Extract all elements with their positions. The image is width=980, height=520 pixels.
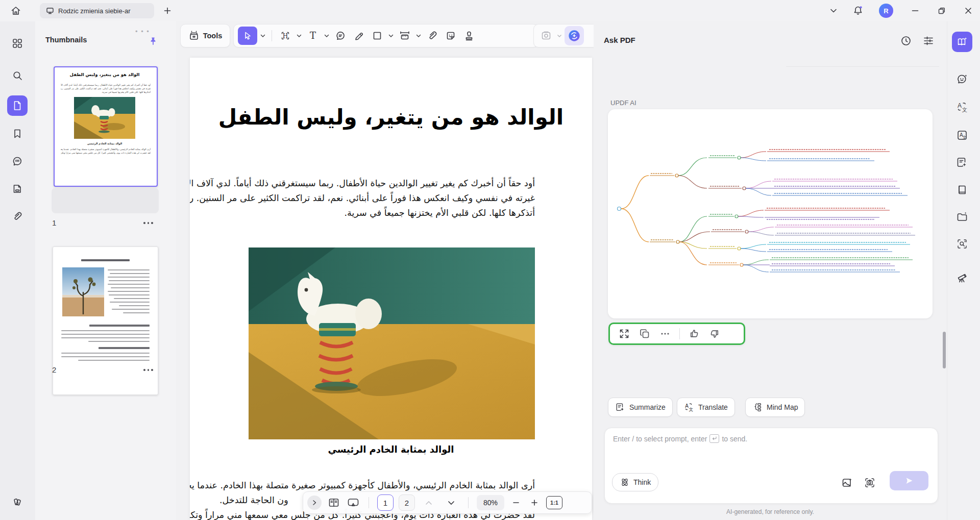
next-page-button[interactable] — [443, 493, 460, 512]
new-tab-button[interactable] — [161, 5, 174, 17]
text-tool-button[interactable]: T — [305, 27, 321, 45]
updf-window: Rodzic zmienia siebie-ar R — [0, 0, 980, 520]
mini-desert-photo — [62, 267, 104, 316]
sidebar-item-translate[interactable]: A 文 — [952, 97, 972, 117]
heading-tool-button[interactable]: H — [277, 27, 293, 45]
snapshot-tool-button[interactable] — [538, 27, 554, 45]
page-1-menu-button[interactable] — [143, 222, 153, 224]
atom-icon — [620, 477, 630, 487]
updf-ai-button[interactable] — [565, 26, 584, 45]
screenshot-button[interactable] — [863, 476, 876, 489]
page-thumbnail-2[interactable] — [53, 246, 158, 395]
reading-mode-button[interactable] — [327, 493, 341, 512]
document-tab[interactable]: Rodzic zmienia siebie-ar — [40, 3, 154, 18]
chevron-right-icon — [312, 500, 317, 506]
close-button[interactable] — [960, 2, 977, 19]
avatar[interactable]: R — [879, 4, 893, 18]
translate-label: Translate — [698, 403, 728, 411]
attach-tool-button[interactable] — [424, 27, 440, 45]
mini-doc-title: الوالد هو من يتغير، وليس الطفل — [55, 72, 155, 77]
page-2-button[interactable]: 2 — [399, 494, 415, 511]
page-1-button[interactable]: 1 — [377, 494, 394, 511]
notifications-button[interactable] — [849, 2, 867, 19]
document-paragraph-fragment: ون الحاجة للتدخل. — [219, 495, 288, 505]
updf-ai-icon — [568, 29, 581, 42]
previous-page-button[interactable] — [420, 493, 437, 512]
notification-dot — [860, 6, 862, 8]
measure-tool-button[interactable] — [397, 27, 413, 45]
panel-scrollbar[interactable] — [943, 332, 946, 368]
insert-image-button[interactable] — [841, 476, 854, 489]
thumbs-up-icon[interactable] — [688, 328, 700, 340]
comment-tool-button[interactable] — [332, 27, 349, 45]
summarize-chip[interactable]: Summarize — [608, 398, 673, 417]
text-tool-dropdown[interactable] — [324, 34, 329, 38]
page-2-menu-button[interactable] — [143, 369, 153, 371]
page-thumbnail-1[interactable]: الوالد هو من يتغير، وليس الطفل أود حقاً … — [54, 66, 158, 187]
toolbox-icon — [188, 30, 200, 41]
presentation-icon — [347, 497, 360, 509]
sidebar-item-ai-chat[interactable] — [952, 69, 972, 89]
more-icon[interactable] — [659, 328, 671, 340]
ai-sender-label: UPDF AI — [610, 99, 636, 107]
restore-button[interactable] — [933, 2, 950, 19]
telescope-icon — [956, 271, 968, 283]
sidebar-item-apps[interactable] — [7, 33, 28, 54]
collapse-toolbar-button[interactable] — [307, 496, 322, 510]
pin-panel-button[interactable] — [145, 34, 161, 49]
sidebar-item-translate-page[interactable]: A 文 — [952, 125, 972, 145]
sidebar-item-search[interactable] — [7, 65, 28, 86]
zoom-level[interactable]: 80% — [477, 495, 504, 510]
sidebar-item-thumbnails[interactable] — [7, 95, 28, 116]
swatches-icon — [12, 496, 23, 507]
spring-rider-photo — [249, 247, 535, 439]
presentation-mode-button[interactable] — [346, 493, 360, 512]
copy-icon[interactable] — [639, 328, 651, 340]
minimize-button[interactable] — [906, 2, 924, 19]
shape-tool-button[interactable] — [369, 27, 385, 45]
sidebar-item-page-organize[interactable] — [7, 179, 28, 199]
zoom-out-button[interactable] — [509, 493, 523, 512]
sidebar-item-ai-summarize[interactable] — [952, 152, 972, 172]
sidebar-item-ai-folder[interactable] — [952, 207, 972, 227]
sidebar-item-comments[interactable] — [7, 151, 28, 171]
select-tool-button[interactable] — [238, 27, 257, 45]
sticker-tool-button[interactable] — [443, 27, 459, 45]
tools-label: Tools — [203, 32, 223, 40]
snapshot-dropdown[interactable] — [557, 34, 562, 38]
expand-icon[interactable] — [618, 328, 630, 340]
actual-size-button[interactable]: 1:1 — [546, 496, 562, 509]
thumbs-down-icon[interactable] — [708, 328, 721, 340]
summary-doc-sparkle-icon — [956, 156, 968, 168]
sidebar-item-ai-search[interactable] — [952, 234, 972, 254]
sidebar-item-attachments[interactable] — [7, 206, 28, 227]
tools-button[interactable]: Tools — [180, 24, 230, 47]
measure-tool-dropdown[interactable] — [416, 34, 421, 38]
page-card-icon — [12, 183, 23, 194]
search-box-sparkle-icon — [956, 238, 968, 250]
prompt-input[interactable]: Enter / to select prompt, enter to send. — [613, 434, 747, 443]
pen-tool-button[interactable] — [351, 27, 367, 45]
translate-chip[interactable]: A 文 Translate — [677, 398, 735, 417]
thumbnails-panel-title: Thumbnails — [45, 36, 87, 44]
shape-tool-dropdown[interactable] — [388, 34, 394, 38]
think-toggle-button[interactable]: Think — [612, 473, 658, 491]
history-button[interactable] — [898, 33, 914, 49]
heading-tool-dropdown[interactable] — [297, 34, 302, 38]
select-tool-dropdown[interactable] — [260, 34, 265, 38]
zoom-in-button[interactable] — [528, 493, 541, 512]
heading-icon: H — [280, 30, 291, 41]
sidebar-item-reader[interactable] — [952, 180, 972, 200]
stamp-tool-button[interactable] — [461, 27, 477, 45]
sidebar-item-swatches[interactable] — [7, 491, 28, 512]
mind-map-chip[interactable]: Mind Map — [745, 398, 805, 417]
titlebar-collapse-button[interactable] — [825, 2, 842, 19]
ai-response-card[interactable] — [608, 109, 933, 318]
send-button[interactable] — [890, 471, 928, 490]
settings-button[interactable] — [920, 33, 937, 49]
placeholder-suffix: to send. — [722, 435, 747, 443]
sidebar-item-bookmarks[interactable] — [7, 123, 28, 144]
home-button[interactable] — [8, 3, 23, 18]
sidebar-item-ai-assistant[interactable] — [952, 32, 972, 52]
sidebar-item-explore[interactable] — [952, 267, 972, 287]
